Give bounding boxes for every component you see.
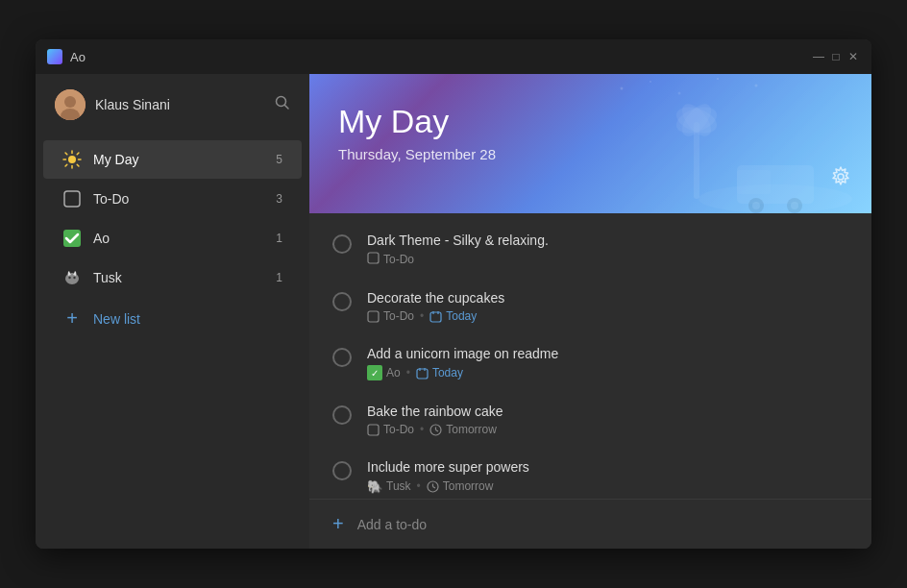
hero-title: My Day	[338, 103, 843, 140]
task-list-name: Ao	[386, 366, 401, 380]
clock-icon	[427, 480, 439, 493]
svg-point-19	[621, 87, 624, 90]
svg-rect-45	[368, 425, 379, 435]
task-meta: ✓ Ao • Today	[367, 365, 848, 380]
svg-line-13	[65, 164, 67, 166]
svg-line-10	[65, 153, 67, 155]
todo-icon	[62, 189, 82, 208]
tasks-list: Dark Theme - Silky & relaxing. To-Do	[309, 213, 871, 499]
svg-point-36	[838, 174, 844, 180]
new-list-plus-icon: +	[62, 307, 82, 330]
svg-point-20	[650, 81, 651, 83]
svg-rect-37	[368, 253, 379, 263]
main-content: My Day Thursday, September 28 Dark Theme…	[309, 74, 871, 549]
todo-small-icon	[367, 310, 380, 323]
task-list-name: To-Do	[383, 309, 414, 323]
task-meta: To-Do • Tomorrow	[367, 423, 848, 436]
task-checkbox[interactable]	[332, 348, 352, 367]
calendar-icon	[429, 310, 442, 323]
new-list-button[interactable]: + New list	[43, 298, 302, 339]
task-item[interactable]: Dark Theme - Silky & relaxing. To-Do	[309, 221, 871, 279]
add-todo-plus-icon: +	[332, 513, 344, 535]
svg-point-1	[64, 96, 76, 108]
task-title: Bake the rainbow cake	[367, 404, 848, 419]
myday-icon	[62, 150, 82, 169]
svg-rect-26	[737, 170, 771, 194]
add-todo-button[interactable]: + Add a to-do	[309, 499, 871, 549]
clock-icon	[429, 424, 442, 436]
task-list-name: To-Do	[383, 253, 414, 266]
task-meta: To-Do • Today	[367, 309, 848, 323]
sidebar-nav: My Day 5 To-Do 3	[36, 135, 309, 549]
sidebar-item-todo-label: To-Do	[93, 191, 276, 207]
sidebar-item-ao[interactable]: Ao 1	[43, 219, 302, 257]
svg-rect-42	[417, 369, 428, 379]
task-list-tag: To-Do	[367, 423, 414, 436]
sidebar-item-ao-badge: 1	[276, 232, 282, 245]
task-date-tag: Today	[416, 366, 463, 380]
hero-scene-illustration	[602, 74, 852, 213]
sidebar-item-todo-badge: 3	[276, 192, 282, 206]
svg-line-4	[285, 106, 289, 110]
task-item[interactable]: Add a unicorn image on readme ✓ Ao • Tod…	[309, 334, 871, 392]
svg-rect-39	[430, 312, 441, 322]
task-date: Today	[432, 366, 463, 380]
task-date: Tomorrow	[446, 423, 497, 436]
svg-line-12	[77, 153, 79, 155]
sidebar-item-todo[interactable]: To-Do 3	[43, 180, 302, 218]
app-window: Ao — □ ✕ Klaus Sinani	[36, 39, 871, 549]
sidebar-item-myday-badge: 5	[276, 153, 282, 166]
sidebar-item-myday-label: My Day	[93, 152, 276, 167]
task-list-name: Tusk	[386, 479, 411, 493]
title-bar: Ao — □ ✕	[36, 39, 871, 74]
tusk-small-icon: 🐘	[367, 478, 382, 494]
settings-button[interactable]	[829, 165, 852, 194]
svg-point-5	[68, 156, 76, 163]
task-item[interactable]: Decorate the cupcakes To-Do • Today	[309, 279, 871, 334]
hero-header: My Day Thursday, September 28	[309, 74, 871, 213]
task-meta: To-Do	[367, 252, 848, 267]
task-title: Include more super powers	[367, 459, 848, 475]
task-date: Today	[446, 309, 477, 323]
close-button[interactable]: ✕	[846, 50, 860, 63]
task-checkbox[interactable]	[332, 234, 352, 254]
add-todo-label: Add a to-do	[357, 517, 427, 532]
task-list-name: To-Do	[383, 423, 414, 436]
task-body: Decorate the cupcakes To-Do • Today	[367, 290, 848, 323]
task-item[interactable]: Include more super powers 🐘 Tusk • Tomor…	[309, 448, 871, 499]
minimize-button[interactable]: —	[812, 50, 825, 63]
task-title: Add a unicorn image on readme	[367, 346, 848, 361]
todo-small-icon	[367, 424, 380, 436]
svg-point-29	[752, 202, 760, 209]
svg-point-18	[73, 277, 75, 279]
task-body: Add a unicorn image on readme ✓ Ao • Tod…	[367, 346, 848, 380]
app-body: Klaus Sinani	[36, 74, 871, 549]
sidebar-header: Klaus Sinani	[36, 74, 309, 135]
task-checkbox[interactable]	[332, 405, 352, 425]
svg-point-22	[717, 78, 719, 80]
user-info: Klaus Sinani	[55, 89, 170, 120]
window-title: Ao	[70, 50, 812, 64]
sidebar-item-tusk[interactable]: Tusk 1	[43, 258, 302, 297]
task-list-tag: ✓ Ao	[367, 365, 401, 380]
svg-rect-14	[64, 191, 80, 207]
app-icon	[47, 49, 62, 64]
window-controls: — □ ✕	[812, 50, 860, 63]
maximize-button[interactable]: □	[829, 50, 843, 63]
calendar-icon	[416, 367, 429, 380]
sidebar-item-myday[interactable]: My Day 5	[43, 140, 302, 179]
task-date-tag: Today	[429, 309, 477, 323]
svg-line-51	[432, 486, 435, 488]
hero-subtitle: Thursday, September 28	[338, 146, 843, 162]
tusk-icon	[62, 268, 82, 287]
task-checkbox[interactable]	[332, 292, 352, 311]
task-date: Tomorrow	[443, 479, 494, 493]
task-checkbox[interactable]	[332, 461, 352, 480]
task-item[interactable]: Bake the rainbow cake To-Do • Tomorrow	[309, 392, 871, 448]
todo-icon-small	[367, 252, 380, 267]
sidebar-item-tusk-badge: 1	[276, 271, 282, 284]
svg-point-30	[791, 202, 798, 209]
svg-point-16	[65, 273, 79, 284]
task-body: Dark Theme - Silky & relaxing. To-Do	[367, 233, 848, 267]
search-button[interactable]	[275, 95, 290, 114]
